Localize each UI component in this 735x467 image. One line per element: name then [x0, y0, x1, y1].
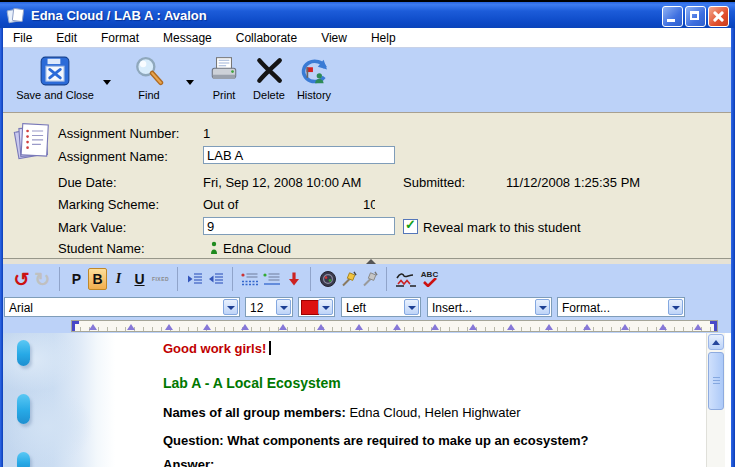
reveal-mark-label: Reveal mark to this student	[423, 220, 581, 235]
underline-button[interactable]: U	[130, 268, 149, 290]
format-select[interactable]: Format...	[557, 297, 685, 317]
reveal-mark-checkbox[interactable]	[403, 219, 418, 234]
mark-value-label: Mark Value:	[58, 220, 126, 235]
line-spacing-button[interactable]	[262, 268, 282, 290]
disc-icon	[319, 270, 337, 288]
tab-stop-marker[interactable]	[469, 324, 477, 330]
tab-stop-marker[interactable]	[659, 324, 667, 330]
history-label: History	[297, 89, 331, 101]
paragraph-spacing-icon	[240, 271, 260, 287]
ruler[interactable]	[71, 320, 718, 332]
spellcheck-as-you-type-button[interactable]	[394, 268, 418, 290]
tab-stop-marker[interactable]	[165, 324, 173, 330]
tab-stop-marker[interactable]	[89, 324, 97, 330]
answer-label-line[interactable]: Answer:	[163, 457, 214, 467]
document-editor[interactable]: Good work girls! Lab A - A Local Ecosyst…	[3, 333, 731, 467]
tab-stop-marker[interactable]	[431, 324, 439, 330]
tab-stop-marker[interactable]	[545, 324, 553, 330]
chevron-down-icon[interactable]	[404, 299, 419, 315]
chevron-down-icon[interactable]	[223, 299, 238, 315]
bold-button[interactable]: B	[88, 268, 107, 290]
search-icon	[133, 55, 165, 87]
text-color-select[interactable]	[298, 297, 335, 317]
plain-style-button[interactable]: P	[67, 268, 86, 290]
insert-select[interactable]: Insert...	[427, 297, 552, 317]
tab-stop-marker[interactable]	[621, 324, 629, 330]
chevron-down-icon[interactable]	[535, 299, 550, 315]
font-size-select[interactable]: 12	[245, 297, 293, 317]
insert-value: Insert...	[432, 301, 472, 315]
student-person-icon	[209, 241, 219, 255]
save-and-close-label: Save and Close	[16, 89, 94, 101]
tab-stop-marker[interactable]	[507, 324, 515, 330]
stationery-capsule	[17, 452, 30, 467]
assignment-icon	[13, 121, 51, 161]
menu-message[interactable]: Message	[163, 31, 212, 45]
document-heading[interactable]: Lab A - A Local Ecosystem	[163, 375, 341, 391]
tab-stop-marker[interactable]	[241, 324, 249, 330]
copy-format-button[interactable]	[339, 268, 358, 290]
save-icon	[39, 55, 71, 87]
question-line[interactable]: Question: What components are required t…	[163, 433, 588, 448]
toolbar-separator	[177, 267, 178, 291]
minimize-button[interactable]	[662, 6, 683, 27]
spellcheck-button[interactable]: ABC	[420, 268, 439, 290]
tab-stop-marker[interactable]	[393, 324, 401, 330]
insert-below-button[interactable]	[284, 268, 303, 290]
tab-stop-marker[interactable]	[694, 324, 702, 330]
save-options-dropdown-icon[interactable]	[103, 80, 111, 85]
title-bar[interactable]: Edna Cloud / LAB A : Avalon	[0, 0, 735, 28]
main-toolbar: Save and Close Find Print	[3, 48, 731, 112]
student-name-value[interactable]: Edna Cloud	[223, 241, 291, 256]
menu-format[interactable]: Format	[101, 31, 139, 45]
line-spacing-icon	[262, 271, 282, 287]
teacher-comment[interactable]: Good work girls!	[163, 341, 271, 356]
menu-help[interactable]: Help	[371, 31, 396, 45]
assignment-name-input[interactable]	[203, 146, 395, 164]
font-family-select[interactable]: Arial	[4, 297, 240, 317]
stationery-capsule	[17, 340, 30, 366]
maximize-button[interactable]	[685, 6, 706, 27]
menu-view[interactable]: View	[321, 31, 347, 45]
chevron-down-icon[interactable]	[668, 299, 683, 315]
chevron-down-icon[interactable]	[318, 299, 333, 315]
tab-stop-marker[interactable]	[127, 324, 135, 330]
find-options-dropdown-icon[interactable]	[186, 80, 194, 85]
scroll-up-arrow[interactable]	[708, 334, 724, 350]
mark-value-input[interactable]	[203, 217, 395, 235]
close-button[interactable]	[708, 6, 729, 27]
redo-button[interactable]: ↻	[33, 268, 52, 290]
right-margin-marker[interactable]	[710, 321, 717, 331]
group-members-line[interactable]: Names of all group members: Edna Cloud, …	[163, 405, 521, 420]
scrollbar-thumb[interactable]	[708, 352, 724, 410]
history-button[interactable]: History	[290, 55, 338, 101]
submitted-label: Submitted:	[403, 175, 465, 190]
fixed-width-button[interactable]: FIXED	[151, 268, 170, 290]
chevron-down-icon[interactable]	[276, 299, 291, 315]
save-and-close-button[interactable]: Save and Close	[9, 55, 101, 101]
menu-file[interactable]: File	[13, 31, 32, 45]
tab-stop-marker[interactable]	[355, 324, 363, 330]
paragraph-spacing-button[interactable]	[240, 268, 260, 290]
tab-stop-marker[interactable]	[203, 324, 211, 330]
vertical-scrollbar[interactable]	[706, 333, 725, 467]
submitted-value: 11/12/2008 1:25:35 PM	[506, 175, 640, 190]
menu-collaborate[interactable]: Collaborate	[236, 31, 297, 45]
tab-stop-marker[interactable]	[317, 324, 325, 330]
left-margin-marker[interactable]	[72, 321, 79, 331]
format-value: Format...	[562, 301, 610, 315]
decrease-indent-button[interactable]	[206, 268, 225, 290]
tab-stop-marker[interactable]	[279, 324, 287, 330]
menu-edit[interactable]: Edit	[56, 31, 77, 45]
tab-stop-marker[interactable]	[583, 324, 591, 330]
print-button[interactable]: Print	[201, 55, 247, 101]
embed-object-button[interactable]	[318, 268, 337, 290]
apply-format-button[interactable]	[360, 268, 379, 290]
toolbar-separator	[232, 267, 233, 291]
find-button[interactable]: Find	[120, 55, 178, 101]
italic-button[interactable]: I	[109, 268, 128, 290]
increase-indent-button[interactable]	[185, 268, 204, 290]
delete-button[interactable]: Delete	[247, 55, 291, 101]
alignment-select[interactable]: Left	[341, 297, 421, 317]
undo-button[interactable]: ↺	[12, 268, 31, 290]
